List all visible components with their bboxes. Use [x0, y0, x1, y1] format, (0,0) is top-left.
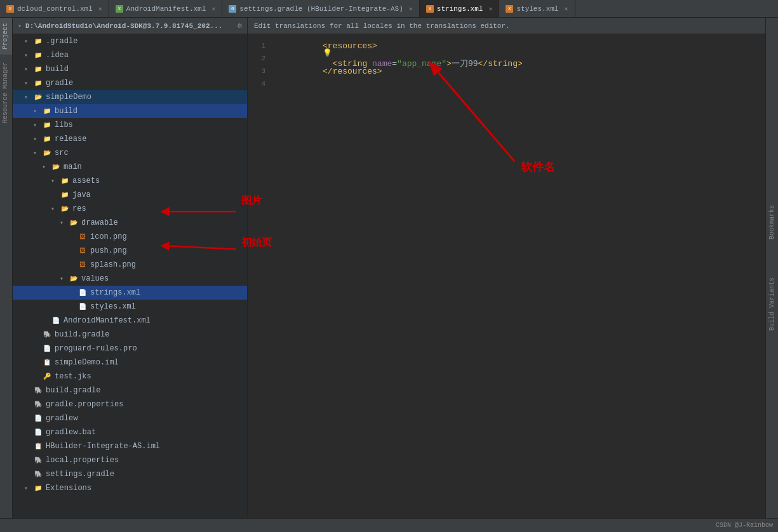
tree-label: simpleDemo.iml — [55, 358, 119, 367]
tree-item-assets[interactable]: ▾ 📁 assets — [13, 174, 247, 188]
line-number: 1 — [248, 42, 273, 50]
tree-item-gradlew-bat[interactable]: 📄 gradlew.bat — [13, 425, 247, 439]
resource-manager-tab[interactable]: Resource Manager — [0, 57, 12, 128]
tree-arrow: ▾ — [51, 177, 60, 185]
tree-item-strings-xml[interactable]: 📄 strings.xml — [13, 286, 247, 300]
tree-label: values — [81, 274, 109, 283]
tree-item-simpledemo-iml[interactable]: 📋 simpleDemo.iml — [13, 356, 247, 369]
main-area: Project Resource Manager ▾ D:\AndroidStu… — [0, 18, 778, 518]
credit-label: CSDN @J-Rainbow — [716, 522, 773, 529]
tab-close-icon[interactable]: ✕ — [409, 5, 413, 13]
tree-item-build-inner[interactable]: ▾ 📁 build — [13, 104, 247, 118]
tab-label: strings.xml — [437, 5, 483, 13]
line-number: 2 — [248, 55, 273, 62]
svg-text:软件名: 软件名 — [520, 161, 555, 173]
tree-item-push-png[interactable]: 🖼 push.png — [13, 244, 247, 258]
tree-arrow: ▾ — [60, 275, 69, 283]
build-variants-tab[interactable]: Build Variants — [768, 277, 775, 331]
tree-item-splash-png[interactable]: 🖼 splash.png — [13, 258, 247, 272]
editor-content[interactable]: 1 <resources> 2 💡 <string name="app_name… — [248, 34, 765, 518]
tree-item-res[interactable]: ▾ 📂 res — [13, 202, 247, 216]
tree-item-test-jks[interactable]: 🔑 test.jks — [13, 369, 247, 383]
tree-item-proguard[interactable]: 📄 proguard-rules.pro — [13, 342, 247, 356]
xml-tag: resources — [333, 67, 377, 76]
folder-icon: 📁 — [60, 190, 70, 200]
folder-icon: 📁 — [42, 120, 52, 130]
tree-item-gradle-folder[interactable]: ▾ 📁 gradle — [13, 76, 247, 90]
xml-bracket: </ — [323, 67, 333, 76]
tree-item-settings-gradle[interactable]: 🐘 settings.gradle — [13, 467, 247, 481]
info-bar-message: Edit translations for all locales in the… — [254, 22, 510, 30]
tab-label: settings.gradle (HBuilder-Integrate-AS) — [239, 5, 403, 13]
tree-label: release — [55, 135, 86, 143]
file-icon: 📄 — [42, 343, 52, 354]
tree-arrow: ▾ — [33, 149, 42, 157]
folder-open-icon: 📂 — [33, 92, 43, 102]
tree-item-extensions[interactable]: ▾ 📁 Extensions — [13, 481, 247, 495]
sidebar-header: ▾ D:\AndroidStudio\Android-SDK@3.7.9.817… — [13, 18, 247, 34]
xml-icon: X — [506, 5, 513, 13]
folder-icon: 📁 — [42, 134, 52, 144]
xml-icon: X — [6, 5, 14, 13]
bookmarks-tab[interactable]: Bookmarks — [768, 205, 775, 239]
line-number: 4 — [248, 80, 273, 88]
tree-item-src[interactable]: ▾ 📂 src — [13, 146, 247, 160]
tree-item-drawable[interactable]: ▾ 📂 drawable — [13, 216, 247, 230]
tab-styles[interactable]: X styles.xml ✕ — [499, 0, 575, 17]
tree-label: AndroidManifest.xml — [64, 316, 151, 325]
image-icon: 🖼 — [77, 246, 88, 256]
xml-icon: X — [116, 5, 123, 13]
tab-settings[interactable]: G settings.gradle (HBuilder-Integrate-AS… — [222, 0, 419, 17]
image-icon: 🖼 — [77, 260, 88, 270]
tab-strings[interactable]: X strings.xml ✕ — [420, 0, 500, 17]
tree-arrow: ▾ — [51, 205, 60, 213]
tab-close-icon[interactable]: ✕ — [488, 5, 492, 13]
tab-close-icon[interactable]: ✕ — [564, 5, 568, 13]
tree-item-local-props[interactable]: 🐘 local.properties — [13, 453, 247, 467]
tree-item-gradlew[interactable]: 📄 gradlew — [13, 411, 247, 425]
file-icon: 📄 — [33, 413, 43, 423]
tree-item-simpledemo[interactable]: ▾ 📂 simpleDemo — [13, 90, 247, 104]
tab-dcloud[interactable]: X dcloud_control.xml ✕ — [0, 0, 109, 17]
tree-item-release[interactable]: ▾ 📁 release — [13, 132, 247, 146]
tree-item-hbuilder-iml[interactable]: 📋 HBuilder-Integrate-AS.iml — [13, 439, 247, 453]
tree-item-build-gradle-inner[interactable]: 🐘 build.gradle — [13, 328, 247, 342]
folder-open-icon: 📂 — [42, 148, 52, 158]
tree-label: .idea — [46, 51, 69, 60]
editor-info-bar: Edit translations for all locales in the… — [248, 18, 765, 34]
project-tab[interactable]: Project — [0, 18, 12, 55]
tab-bar: X dcloud_control.xml ✕ X AndroidManifest… — [0, 0, 778, 18]
tree-item-gradle-root[interactable]: ▾ 📁 .gradle — [13, 34, 247, 48]
tree-item-build-gradle-root[interactable]: 🐘 build.gradle — [13, 383, 247, 397]
tree-item-gradle-props[interactable]: 🐘 gradle.properties — [13, 397, 247, 411]
tab-close-icon[interactable]: ✕ — [211, 5, 215, 13]
tab-manifest[interactable]: X AndroidManifest.xml ✕ — [109, 0, 222, 17]
tree-label: strings.xml — [90, 288, 140, 297]
tree-item-idea[interactable]: ▾ 📁 .idea — [13, 48, 247, 62]
tree-arrow: ▾ — [42, 163, 51, 171]
folder-open-icon: 📂 — [51, 162, 61, 172]
tree-label: res — [72, 204, 86, 213]
tab-close-icon[interactable]: ✕ — [98, 5, 102, 13]
tab-label: styles.xml — [516, 5, 558, 13]
editor-line-4: 4 — [248, 77, 765, 90]
tree-item-java[interactable]: 📁 java — [13, 188, 247, 202]
folder-icon: 📁 — [60, 176, 70, 186]
tree-item-main[interactable]: ▾ 📂 main — [13, 160, 247, 174]
tree-item-androidmanifest[interactable]: 📄 AndroidManifest.xml — [13, 314, 247, 328]
tree-item-build-root[interactable]: ▾ 📁 build — [13, 62, 247, 76]
tree-item-libs[interactable]: ▾ 📁 libs — [13, 118, 247, 132]
tree-item-icon-png[interactable]: 🖼 icon.png — [13, 230, 247, 244]
tab-label: AndroidManifest.xml — [126, 5, 206, 13]
tree-arrow: ▾ — [24, 79, 33, 87]
tree-label: gradlew.bat — [46, 428, 96, 437]
xml-file-icon: 📄 — [77, 288, 88, 298]
tree-label: main — [64, 163, 82, 171]
sidebar-settings-icon[interactable]: ⚙ — [238, 21, 242, 30]
folder-open-icon: 📂 — [60, 204, 70, 214]
tree-label: styles.xml — [90, 302, 136, 311]
tree-item-styles-xml[interactable]: 📄 styles.xml — [13, 300, 247, 314]
tree-label: icon.png — [90, 232, 127, 241]
tree-item-values[interactable]: ▾ 📂 values — [13, 272, 247, 286]
lightbulb-icon: 💡 — [323, 49, 332, 58]
